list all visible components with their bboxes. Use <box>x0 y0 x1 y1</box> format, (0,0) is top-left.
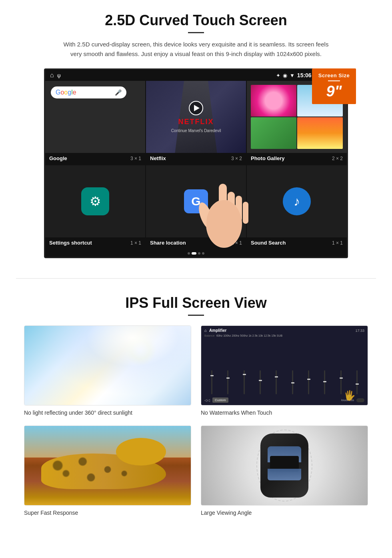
feature-car: Large Viewing Angle <box>201 426 368 516</box>
play-button[interactable] <box>189 101 203 115</box>
amp-track-3 <box>244 370 245 394</box>
amp-track-7 <box>308 370 309 394</box>
hand-pointer <box>198 164 250 253</box>
amp-freq-200: 200hz <box>232 334 239 337</box>
amp-slider-7 <box>301 370 316 394</box>
netflix-overlay: NETFLIX Continue Marvel's Daredevil <box>146 81 246 153</box>
amp-home-icon: ⌂ <box>204 328 207 333</box>
svg-rect-5 <box>243 202 248 224</box>
amp-sliders: 🖐 <box>204 338 364 396</box>
location-icon: ◉ <box>283 72 287 78</box>
amp-thumb-6 <box>291 382 294 383</box>
amp-slider-3 <box>237 370 252 394</box>
lens-flare <box>24 326 191 405</box>
amp-freq-60: 60hz <box>216 334 222 337</box>
amp-slider-8 <box>317 370 332 394</box>
feature-sunlight: No light reflecting under 360° direct su… <box>24 325 191 416</box>
google-app-size: 3 × 1 <box>130 156 141 161</box>
android-screen: ⌂ ψ ✦ ◉ ▼ 15:06 ⊙ ◁) ⊠ ⬜ <box>44 68 348 258</box>
app-label-row1: Google 3 × 1 Netflix 3 × 2 Photo Gallery… <box>45 153 347 165</box>
amp-thumb-1 <box>210 375 214 376</box>
netflix-logo: NETFLIX <box>178 118 214 126</box>
amp-track-1 <box>211 370 212 394</box>
badge-divider <box>328 80 340 81</box>
google-search-bar[interactable]: Google 🎤 <box>51 86 126 98</box>
google-app-cell[interactable]: Google 🎤 <box>45 81 145 153</box>
nav-dot-2 <box>192 252 196 255</box>
amp-thumb-8 <box>323 381 326 382</box>
section-divider <box>16 278 376 279</box>
settings-app-cell[interactable]: ⚙ <box>45 165 145 237</box>
amp-freq-1k: 1k <box>248 334 251 337</box>
amp-freq-12k5: 12.5k <box>264 334 270 337</box>
nav-dots <box>45 250 347 257</box>
amp-prev-icon: ◁◁ <box>204 398 210 402</box>
amp-thumb-7 <box>307 379 310 380</box>
google-mic-icon[interactable]: 🎤 <box>115 89 122 96</box>
section2-title: IPS Full Screen View <box>24 295 368 311</box>
settings-icon-wrap: ⚙ <box>81 187 109 215</box>
amp-freq-2k5: 2.5k <box>252 334 258 337</box>
section-ips: IPS Full Screen View No light reflecting… <box>0 291 392 528</box>
amp-thumb-10 <box>356 383 359 385</box>
amp-track-8 <box>324 370 325 394</box>
sunset-photo <box>297 117 343 149</box>
amp-thumb-3 <box>243 374 246 375</box>
netflix-app-cell[interactable]: NETFLIX Continue Marvel's Daredevil <box>146 81 246 153</box>
netflix-app-name: Netflix <box>150 155 166 161</box>
badge-size: 9" <box>315 83 353 100</box>
nav-dot-1 <box>188 252 190 255</box>
screen-size-badge: Screen Size 9" <box>312 68 356 104</box>
amp-slider-2 <box>220 370 235 394</box>
share-location-cell[interactable]: G <box>146 165 246 237</box>
car-body <box>260 434 308 498</box>
settings-gear-icon: ⚙ <box>90 194 101 209</box>
amplifier-screen: ⌂ Amplifier 17:33 Balance 60hz 100hz 200… <box>201 326 368 405</box>
title-divider-2 <box>188 315 204 316</box>
amp-hand-icon: 🖐 <box>344 390 356 401</box>
amp-freq-500: 500hz <box>240 334 248 337</box>
section1-description: With 2.5D curved-display screen, this de… <box>60 40 332 59</box>
app-grid-row1: Google 🎤 NETFLIX Continu <box>45 81 347 153</box>
sound-search-cell[interactable]: ♪ <box>247 165 347 237</box>
cheetah-photo <box>24 426 191 505</box>
amp-freq-10k: 10k <box>258 334 263 337</box>
sound-label-cell: Sound Search 1 × 1 <box>247 237 347 250</box>
title-divider-1 <box>188 32 204 33</box>
badge-title: Screen Size <box>315 72 353 78</box>
amp-ui: ⌂ Amplifier 17:33 Balance 60hz 100hz 200… <box>201 326 368 405</box>
amp-freq-15k: 15k <box>271 334 276 337</box>
settings-app-name: Settings shortcut <box>49 240 92 246</box>
amp-track-6 <box>292 370 293 394</box>
amp-thumb-9 <box>340 377 343 379</box>
amplifier-image: ⌂ Amplifier 17:33 Balance 60hz 100hz 200… <box>201 325 368 405</box>
amp-track-10 <box>356 370 358 394</box>
amp-track-9 <box>340 370 342 394</box>
section1-title: 2.5D Curved Touch Screen <box>24 12 368 29</box>
share-app-name: Share location <box>150 240 186 246</box>
car-image <box>201 426 368 506</box>
play-triangle-icon <box>194 105 200 111</box>
amp-thumb-2 <box>226 377 230 379</box>
bluetooth-icon: ✦ <box>276 72 280 78</box>
amp-thumb-4 <box>259 380 262 381</box>
sunlight-image <box>24 325 191 405</box>
amp-toggle[interactable] <box>356 398 364 402</box>
amp-time: 17:33 <box>355 329 364 333</box>
home-icon: ⌂ <box>50 72 54 79</box>
cheetah-image <box>24 426 191 506</box>
amp-track-5 <box>276 370 277 394</box>
settings-label-cell: Settings shortcut 1 × 1 <box>45 237 145 250</box>
music-note-icon: ♪ <box>294 194 300 209</box>
status-time: 15:06 <box>297 72 312 78</box>
cheetah-caption: Super Fast Response <box>24 510 191 516</box>
usb-icon: ψ <box>57 72 61 78</box>
gallery-photo-1 <box>251 85 296 116</box>
google-logo: Google <box>56 89 76 96</box>
sound-app-size: 1 × 1 <box>332 240 343 246</box>
feature-cheetah: Super Fast Response <box>24 426 191 516</box>
amp-slider-5 <box>269 370 284 394</box>
sound-app-name: Sound Search <box>251 240 286 246</box>
amp-custom-button[interactable]: Custom <box>212 397 228 403</box>
amp-header: ⌂ Amplifier 17:33 <box>204 328 364 333</box>
